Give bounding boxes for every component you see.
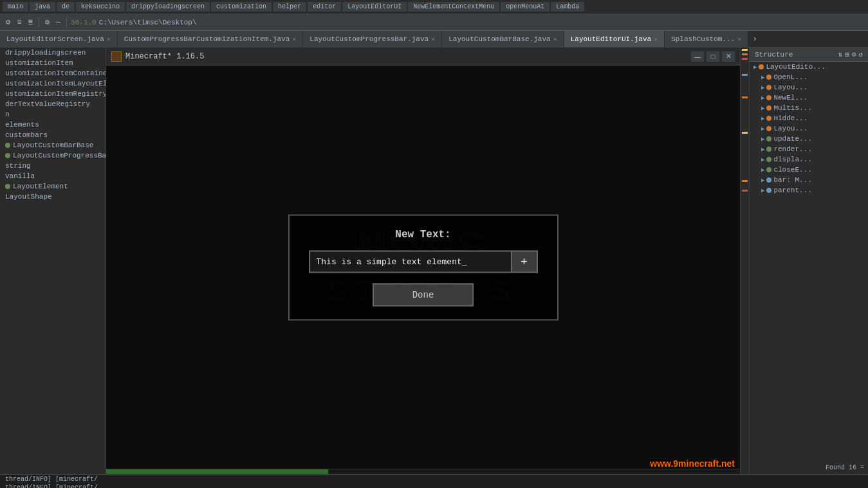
tree-item-bar[interactable]: ▶ bar: M... [750,175,868,185]
editor-tab-layouteditorui[interactable]: LayoutEditorUI.java ✕ [564,31,665,47]
editor-tab-layouteditorscreen[interactable]: LayoutEditorScreen.java ✕ [0,31,118,47]
nav-tab-main[interactable]: main [3,2,28,12]
close-icon[interactable]: ✕ [292,35,296,43]
tree-item-newel[interactable]: ▶ NewEl... [750,93,868,103]
close-icon[interactable]: ✕ [654,35,658,43]
editor-tab-layoutcustombarbase[interactable]: LayoutCustomBarBase.java ✕ [442,31,564,47]
mc-progress-bar [106,469,740,474]
tree-item-label: LayoutEdito... [766,63,825,71]
sidebar-label: ustomizationItemContainer [5,69,106,77]
nav-tab-java[interactable]: java [30,2,55,12]
nav-tab-helper[interactable]: helper [273,2,306,12]
dialog-title: New Text: [395,228,450,240]
nav-tab-customization[interactable]: customization [211,2,272,12]
sidebar-item-dertextvalueregistry[interactable]: derTextValueRegistry [0,99,106,109]
minimize-button[interactable]: — [691,51,704,62]
tree-dot-icon [766,75,771,80]
mc-window-controls: — □ ✕ [691,51,735,62]
browser-nav-tabs: main java de keksuccino drippyloadingscr… [0,0,868,14]
scroll-marker-8 [742,190,748,192]
sidebar-label: drippyloadingscreen [5,49,86,57]
tree-item-layou2[interactable]: ▶ Layou... [750,123,868,134]
tree-item-label: Layou... [773,125,808,132]
sidebar-item-layoutcustomprogressbar[interactable]: LayoutCustomProgressBar [0,150,106,161]
nav-tab-keksuccino[interactable]: keksuccino [76,2,125,12]
panel-expand-icon[interactable]: ⊞ [845,50,849,59]
path-label: C:\Users\timsc\Desktop\ [99,19,197,26]
tree-dot-icon [766,188,771,193]
ide-toolbar: ⚙ ≡ ≣ ⚙ — 36.1.0 C:\Users\timsc\Desktop\ [0,14,868,31]
structure-label: Structure [755,51,793,59]
nav-tab-openmenuat[interactable]: openMenuAt [501,2,549,12]
tree-item-closee[interactable]: ▶ closeE... [750,165,868,175]
sidebar-item-custombars[interactable]: custombars [0,130,106,140]
settings-icon[interactable]: ⚙ [4,16,12,28]
nav-tab-lambda[interactable]: Lambda [551,2,584,12]
sidebar-item-customizationitemlayout[interactable]: ustomizationItemLayoutElement [0,78,106,89]
sidebar-label: LayoutElement [13,183,68,190]
mc-new-text-dialog: New Text: + Done [288,214,559,320]
sidebar-label: LayoutCustomBarBase [13,141,93,149]
minecraft-title-text: Minecraft* 1.16.5 [125,52,204,61]
tree-item-hidde[interactable]: ▶ Hidde... [750,113,868,123]
tree-item-parent[interactable]: ▶ parent... [750,185,868,195]
done-button[interactable]: Done [373,283,474,306]
sidebar-item-layoutelement[interactable]: LayoutElement [0,181,106,192]
tree-dot-icon [766,126,771,131]
close-icon[interactable]: ✕ [737,35,741,43]
add-text-button[interactable]: + [512,250,538,273]
list-icon[interactable]: ≡ [15,17,23,28]
nav-tab-de[interactable]: de [57,2,75,12]
sidebar-item-customizationitem[interactable]: ustomizationItem [0,58,106,68]
tree-item-layouteditor[interactable]: ▶ LayoutEdito... [750,62,868,72]
bottom-console: thread/INFO] [minecraft/ thread/INFO] [m… [0,474,868,488]
tree-item-update[interactable]: ▶ update... [750,134,868,144]
tree-item-layou1[interactable]: ▶ Layou... [750,82,868,93]
new-text-input[interactable] [309,250,512,273]
editor-tab-customprogressbarcustomization[interactable]: CustomProgressBarCustomizationItem.java … [118,31,303,47]
scroll-marker-2 [742,53,748,55]
nav-tab-newelementcontextmenu[interactable]: NewElementContextMenu [408,2,499,12]
tree-dot-icon [766,95,771,100]
close-icon[interactable]: ✕ [553,35,557,43]
panel-settings-icon[interactable]: ⚙ [852,50,856,59]
tree-item-label: Multis... [773,104,811,112]
tree-item-multis[interactable]: ▶ Multis... [750,103,868,113]
sidebar-item-drippyloadingscreen[interactable]: drippyloadingscreen [0,48,106,58]
minimize-icon[interactable]: — [54,17,62,28]
sidebar-item-customizationitemcontainer[interactable]: ustomizationItemContainer [0,68,106,78]
editor-scrollbar-strip[interactable] [740,48,749,474]
sidebar-label: ustomizationItemRegistry [5,90,106,98]
sidebar-item-layoutcustombarbase[interactable]: LayoutCustomBarBase [0,140,106,150]
menu-icon[interactable]: ≣ [26,16,34,28]
tree-arrow-icon: ▶ [761,136,764,143]
console-line-1: thread/INFO] [minecraft/ [0,475,868,483]
sidebar-item-layoutshape[interactable]: LayoutShape [0,192,106,202]
tree-item-label: displa... [773,156,811,163]
editor-tab-splashcustom[interactable]: SplashCustom... ✕ [665,31,748,47]
sidebar-item-n[interactable]: n [0,109,106,120]
config-icon[interactable]: ⚙ [43,16,51,28]
close-icon[interactable]: ✕ [431,35,435,43]
sidebar-item-elements[interactable]: elements [0,120,106,130]
tree-arrow-icon: ▶ [761,187,764,194]
sidebar-item-customizationitemregistry[interactable]: ustomizationItemRegistry [0,89,106,99]
sidebar-item-vanilla[interactable]: vanilla [0,171,106,181]
nav-tab-drippyloadingscreen[interactable]: drippyloadingscreen [126,2,210,12]
tree-item-openl[interactable]: ▶ OpenL... [750,72,868,82]
maximize-button[interactable]: □ [706,51,719,62]
sidebar-label: LayoutShape [5,193,52,201]
tree-item-displa[interactable]: ▶ displa... [750,154,868,165]
right-panel-icons: ⇅ ⊞ ⚙ ↺ [838,50,863,59]
panel-sort-icon[interactable]: ⇅ [838,50,843,59]
nav-tab-layouteditorui[interactable]: LayoutEditorUI [342,2,407,12]
editor-tab-layoutcustomprogressbar[interactable]: LayoutCustomProgressBar.java ✕ [303,31,442,47]
nav-tab-editor[interactable]: editor [308,2,341,12]
sidebar-item-string[interactable]: string [0,161,106,171]
tree-item-render[interactable]: ▶ render... [750,144,868,154]
more-tabs-icon[interactable]: › [748,34,761,44]
panel-refresh-icon[interactable]: ↺ [858,50,863,59]
close-icon[interactable]: ✕ [107,35,111,43]
close-button[interactable]: ✕ [722,51,735,62]
minecraft-icon [111,51,122,62]
